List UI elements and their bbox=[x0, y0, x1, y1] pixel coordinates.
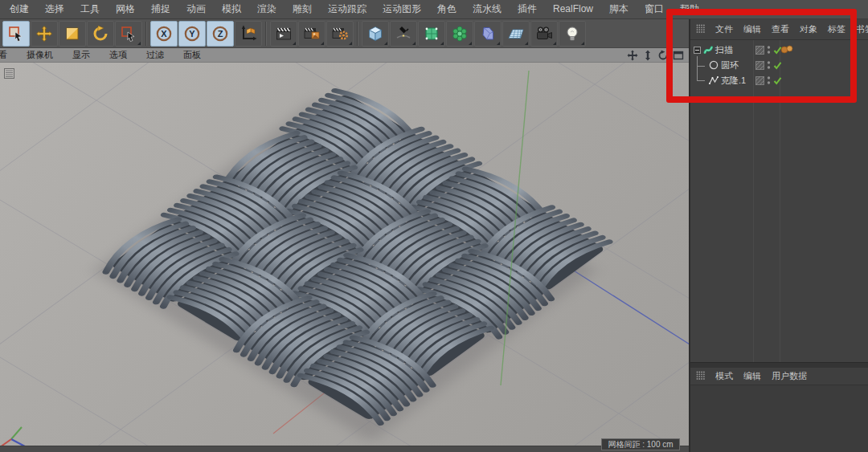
menu-item-14[interactable]: RealFlow bbox=[545, 0, 601, 18]
viewport-menu-item-0[interactable]: 查看 bbox=[0, 49, 7, 61]
view-layout-icon[interactable] bbox=[4, 67, 14, 82]
deformer-icon[interactable] bbox=[474, 21, 502, 47]
grid-handle-icon[interactable] bbox=[696, 24, 705, 35]
render-to-picture-viewer-icon[interactable] bbox=[298, 21, 326, 47]
coordinate-system-icon[interactable] bbox=[235, 21, 262, 47]
object-row-sweep[interactable]: 扫描 bbox=[690, 43, 868, 58]
am-menu-item-1[interactable]: 编辑 bbox=[743, 370, 761, 382]
menu-item-17[interactable]: 帮助 bbox=[672, 0, 707, 18]
object-manager-tree[interactable]: 扫描 圆环 bbox=[690, 40, 868, 362]
object-label[interactable]: 克隆.1 bbox=[721, 75, 746, 87]
am-menu-item-2[interactable]: 用户数据 bbox=[772, 370, 807, 382]
menu-item-15[interactable]: 脚本 bbox=[601, 0, 637, 18]
expand-toggle-icon[interactable] bbox=[694, 47, 701, 54]
camera-icon[interactable] bbox=[530, 21, 558, 47]
cinema4d-window: 创建选择工具网格捕捉动画模拟渲染雕刻运动跟踪运动图形角色流水线插件RealFlo… bbox=[0, 0, 868, 452]
floor-environment-icon[interactable] bbox=[502, 21, 530, 47]
attribute-manager-menu: 模式编辑用户数据 bbox=[690, 368, 868, 385]
svg-text:X: X bbox=[161, 29, 167, 39]
om-menu-item-3[interactable]: 对象 bbox=[800, 23, 817, 35]
menu-item-8[interactable]: 雕刻 bbox=[285, 0, 320, 18]
maximize-view-icon[interactable] bbox=[673, 50, 684, 61]
menu-item-0[interactable]: 创建 bbox=[2, 0, 37, 18]
lock-z-axis-icon[interactable]: Z bbox=[207, 21, 234, 47]
menu-item-4[interactable]: 捕捉 bbox=[143, 0, 178, 18]
render-view-icon[interactable] bbox=[270, 21, 297, 47]
dolly-icon[interactable] bbox=[642, 50, 653, 61]
column-separator bbox=[780, 40, 780, 362]
om-menu-item-5[interactable]: 书签 bbox=[856, 23, 868, 35]
am-menu-item-0[interactable]: 模式 bbox=[715, 370, 733, 382]
object-row-clone-spline[interactable]: 克隆.1 bbox=[690, 73, 868, 88]
light-icon[interactable] bbox=[559, 21, 586, 47]
object-row-circle[interactable]: 圆环 bbox=[690, 58, 868, 73]
lock-y-axis-icon[interactable]: Y bbox=[178, 21, 206, 47]
mograph-cloner-icon[interactable] bbox=[446, 21, 473, 47]
menu-item-2[interactable]: 工具 bbox=[72, 0, 108, 18]
main-menu-bar: 创建选择工具网格捕捉动画模拟渲染雕刻运动跟踪运动图形角色流水线插件RealFlo… bbox=[0, 0, 868, 19]
svg-text:Z: Z bbox=[218, 29, 223, 39]
menu-item-9[interactable]: 运动跟踪 bbox=[320, 0, 375, 18]
live-selection-tool-icon[interactable] bbox=[2, 21, 30, 47]
render-settings-icon[interactable] bbox=[326, 21, 354, 47]
om-menu-item-2[interactable]: 查看 bbox=[772, 23, 789, 35]
viewport-menu-item-2[interactable]: 显示 bbox=[72, 49, 90, 61]
svg-text:Y: Y bbox=[189, 29, 195, 39]
viewport-menu-item-3[interactable]: 选项 bbox=[109, 49, 127, 61]
menu-item-1[interactable]: 选择 bbox=[37, 0, 72, 18]
grid-spacing-readout: 网格间距 : 100 cm bbox=[601, 438, 680, 450]
menu-item-6[interactable]: 模拟 bbox=[214, 0, 249, 18]
3d-viewport[interactable] bbox=[0, 63, 689, 452]
menu-item-3[interactable]: 网格 bbox=[108, 0, 143, 18]
menu-item-7[interactable]: 渲染 bbox=[249, 0, 285, 18]
object-label[interactable]: 圆环 bbox=[721, 59, 739, 71]
om-menu-item-1[interactable]: 编辑 bbox=[743, 23, 761, 35]
object-label[interactable]: 扫描 bbox=[715, 44, 733, 56]
panel-divider[interactable] bbox=[690, 362, 868, 368]
menu-item-5[interactable]: 动画 bbox=[178, 0, 214, 18]
scale-tool-icon[interactable] bbox=[59, 21, 86, 47]
selection-tool-icon[interactable] bbox=[115, 21, 142, 47]
menu-item-16[interactable]: 窗口 bbox=[637, 0, 672, 18]
viewport-menu-item-4[interactable]: 过滤 bbox=[146, 49, 164, 61]
rotate-tool-icon[interactable] bbox=[87, 21, 114, 47]
main-toolbar: X Y Z bbox=[0, 19, 689, 48]
grid-handle-icon[interactable] bbox=[696, 371, 705, 381]
menu-item-13[interactable]: 插件 bbox=[510, 0, 545, 18]
subdivision-surface-icon[interactable] bbox=[418, 21, 445, 47]
enable-check-icon[interactable] bbox=[773, 76, 782, 85]
layer-box-icon[interactable] bbox=[755, 61, 764, 70]
menu-item-10[interactable]: 运动图形 bbox=[375, 0, 429, 18]
move-tool-icon[interactable] bbox=[31, 21, 58, 47]
visibility-dots-icon[interactable] bbox=[767, 60, 771, 70]
column-separator bbox=[753, 40, 754, 362]
layer-box-icon[interactable] bbox=[755, 46, 764, 55]
add-cube-primitive-icon[interactable] bbox=[362, 21, 389, 47]
spline-pen-icon[interactable] bbox=[390, 21, 417, 47]
spline-icon bbox=[708, 75, 719, 88]
enable-check-icon[interactable] bbox=[773, 61, 782, 70]
menu-item-11[interactable]: 角色 bbox=[429, 0, 465, 18]
attribute-manager: 模式编辑用户数据 bbox=[690, 362, 868, 452]
status-bar bbox=[0, 446, 689, 452]
toolbar-separator bbox=[145, 22, 147, 46]
layer-box-icon[interactable] bbox=[755, 76, 764, 85]
tree-branch bbox=[697, 56, 706, 71]
lock-x-axis-icon[interactable]: X bbox=[150, 21, 178, 47]
om-menu-item-0[interactable]: 文件 bbox=[715, 23, 733, 35]
om-menu-item-4[interactable]: 标签 bbox=[828, 23, 845, 35]
visibility-dots-icon[interactable] bbox=[767, 45, 771, 55]
rotate-view-icon[interactable] bbox=[657, 50, 669, 61]
toolbar-separator bbox=[357, 22, 358, 46]
tree-branch bbox=[697, 71, 706, 81]
pan-icon[interactable] bbox=[627, 50, 638, 61]
viewport-menu-item-5[interactable]: 面板 bbox=[183, 49, 201, 61]
menu-item-12[interactable]: 流水线 bbox=[465, 0, 510, 18]
orange-tag-icon[interactable] bbox=[780, 44, 794, 55]
circle-spline-icon bbox=[708, 59, 719, 72]
visibility-dots-icon[interactable] bbox=[767, 75, 771, 85]
right-panel: 文件编辑查看对象标签书签 扫描 bbox=[689, 19, 868, 452]
toolbar-separator bbox=[265, 22, 267, 46]
object-tags[interactable] bbox=[780, 44, 794, 55]
viewport-menu-item-1[interactable]: 摄像机 bbox=[27, 49, 53, 61]
